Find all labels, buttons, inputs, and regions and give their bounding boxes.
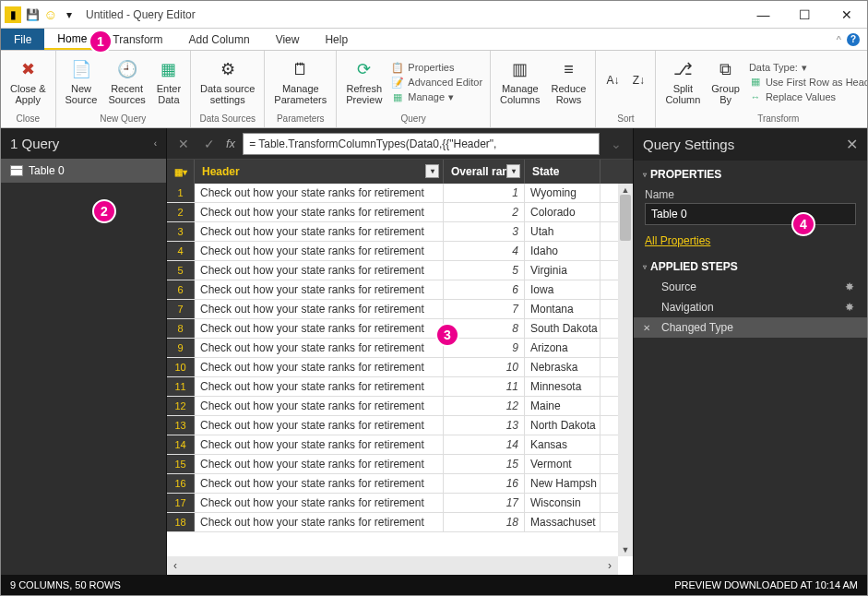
table-row[interactable]: 14Check out how your state ranks for ret… xyxy=(167,435,633,455)
filter-dropdown-icon[interactable]: ▾ xyxy=(425,164,439,178)
cell-rank[interactable]: 10 xyxy=(444,358,525,376)
tab-help[interactable]: Help xyxy=(312,29,361,50)
column-header-state[interactable]: State xyxy=(525,160,600,184)
table-row[interactable]: 18Check out how your state ranks for ret… xyxy=(167,513,633,532)
cell-state[interactable]: Virginia xyxy=(525,261,600,280)
cell-state[interactable]: Arizona xyxy=(525,339,600,357)
table-row[interactable]: 13Check out how your state ranks for ret… xyxy=(167,416,633,435)
cell-header[interactable]: Check out how your state ranks for retir… xyxy=(195,377,444,396)
scroll-down-icon[interactable]: ▼ xyxy=(618,543,633,556)
grid-corner-icon[interactable]: ▦▾ xyxy=(167,160,195,184)
cell-header[interactable]: Check out how your state ranks for retir… xyxy=(195,513,444,531)
cell-header[interactable]: Check out how your state ranks for retir… xyxy=(195,416,444,435)
sort-asc-button[interactable]: A↓ xyxy=(600,53,625,112)
cell-state[interactable]: Massachuset xyxy=(525,513,600,531)
cell-rank[interactable]: 18 xyxy=(444,513,525,531)
cell-state[interactable]: Utah xyxy=(525,222,600,241)
cell-header[interactable]: Check out how your state ranks for retir… xyxy=(195,222,444,241)
applied-step[interactable]: Changed Type xyxy=(634,317,867,338)
query-item-table0[interactable]: Table 0 xyxy=(1,159,166,183)
cell-state[interactable]: Minnesota xyxy=(525,377,600,396)
applied-step[interactable]: Source✸ xyxy=(634,277,867,297)
cell-header[interactable]: Check out how your state ranks for retir… xyxy=(195,203,444,221)
cell-header[interactable]: Check out how your state ranks for retir… xyxy=(195,397,444,415)
manage-button[interactable]: ▦Manage ▾ xyxy=(387,89,486,104)
table-row[interactable]: 10Check out how your state ranks for ret… xyxy=(167,358,633,377)
gear-icon[interactable]: ✸ xyxy=(845,280,854,293)
cell-header[interactable]: Check out how your state ranks for retir… xyxy=(195,184,444,202)
table-row[interactable]: 6Check out how your state ranks for reti… xyxy=(167,280,633,300)
cell-rank[interactable]: 7 xyxy=(444,300,525,318)
close-button[interactable]: ✕ xyxy=(826,1,867,29)
cell-header[interactable]: Check out how your state ranks for retir… xyxy=(195,280,444,299)
cell-header[interactable]: Check out how your state ranks for retir… xyxy=(195,474,444,493)
advanced-editor-button[interactable]: 📝Advanced Editor xyxy=(387,75,486,89)
cell-state[interactable]: South Dakota xyxy=(525,319,600,338)
cell-rank[interactable]: 11 xyxy=(444,377,525,396)
table-row[interactable]: 1Check out how your state ranks for reti… xyxy=(167,184,633,203)
column-header-rank[interactable]: Overall rank▾ xyxy=(444,160,525,184)
table-row[interactable]: 5Check out how your state ranks for reti… xyxy=(167,261,633,280)
cell-state[interactable]: Idaho xyxy=(525,242,600,260)
cell-header[interactable]: Check out how your state ranks for retir… xyxy=(195,261,444,280)
cell-rank[interactable]: 12 xyxy=(444,397,525,415)
cell-header[interactable]: Check out how your state ranks for retir… xyxy=(195,319,444,338)
column-header-header[interactable]: Header▾ xyxy=(195,160,444,184)
cell-header[interactable]: Check out how your state ranks for retir… xyxy=(195,435,444,454)
manage-columns-button[interactable]: ▥Manage Columns xyxy=(494,53,545,112)
scroll-thumb[interactable] xyxy=(620,195,631,241)
cell-state[interactable]: Montana xyxy=(525,300,600,318)
filter-dropdown-icon[interactable]: ▾ xyxy=(506,164,520,178)
formula-cancel-icon[interactable]: ✕ xyxy=(174,137,193,151)
cell-rank[interactable]: 13 xyxy=(444,416,525,435)
collapse-panel-icon[interactable]: ‹ xyxy=(154,138,157,149)
table-row[interactable]: 4Check out how your state ranks for reti… xyxy=(167,242,633,261)
cell-header[interactable]: Check out how your state ranks for retir… xyxy=(195,494,444,512)
table-row[interactable]: 11Check out how your state ranks for ret… xyxy=(167,377,633,397)
first-row-headers-button[interactable]: ▦Use First Row as Headers ▾ xyxy=(745,75,868,89)
cell-state[interactable]: New Hampsh xyxy=(525,474,600,493)
horizontal-scrollbar[interactable]: ‹ › xyxy=(167,556,618,575)
cell-state[interactable]: Vermont xyxy=(525,455,600,473)
query-name-input[interactable] xyxy=(645,203,856,225)
cell-rank[interactable]: 4 xyxy=(444,242,525,260)
manage-parameters-button[interactable]: 🗒Manage Parameters xyxy=(268,53,332,112)
group-by-button[interactable]: ⧉Group By xyxy=(706,53,745,112)
cell-rank[interactable]: 3 xyxy=(444,222,525,241)
formula-accept-icon[interactable]: ✓ xyxy=(200,137,219,151)
cell-state[interactable]: Kansas xyxy=(525,435,600,454)
cell-rank[interactable]: 5 xyxy=(444,261,525,280)
table-row[interactable]: 7Check out how your state ranks for reti… xyxy=(167,300,633,319)
table-row[interactable]: 9Check out how your state ranks for reti… xyxy=(167,339,633,358)
properties-button[interactable]: 📋Properties xyxy=(387,60,486,75)
applied-steps-section-title[interactable]: ▿APPLIED STEPS xyxy=(634,253,867,277)
table-row[interactable]: 17Check out how your state ranks for ret… xyxy=(167,494,633,513)
table-row[interactable]: 16Check out how your state ranks for ret… xyxy=(167,474,633,494)
cell-header[interactable]: Check out how your state ranks for retir… xyxy=(195,339,444,357)
table-row[interactable]: 12Check out how your state ranks for ret… xyxy=(167,397,633,416)
new-source-button[interactable]: 📄New Source xyxy=(60,53,103,112)
qat-dropdown-icon[interactable]: ▾ xyxy=(62,7,77,22)
cell-header[interactable]: Check out how your state ranks for retir… xyxy=(195,455,444,473)
vertical-scrollbar[interactable]: ▲ ▼ xyxy=(618,184,633,556)
cell-state[interactable]: Iowa xyxy=(525,280,600,299)
minimize-button[interactable]: — xyxy=(743,1,784,29)
cell-rank[interactable]: 16 xyxy=(444,474,525,493)
refresh-preview-button[interactable]: ⟳Refresh Preview xyxy=(340,53,387,112)
tab-add-column[interactable]: Add Column xyxy=(176,29,263,50)
cell-state[interactable]: North Dakota xyxy=(525,416,600,435)
cell-state[interactable]: Maine xyxy=(525,397,600,415)
table-row[interactable]: 15Check out how your state ranks for ret… xyxy=(167,455,633,474)
smiley-icon[interactable]: ☺ xyxy=(43,7,58,22)
cell-state[interactable]: Colorado xyxy=(525,203,600,221)
cell-rank[interactable]: 17 xyxy=(444,494,525,512)
cell-header[interactable]: Check out how your state ranks for retir… xyxy=(195,300,444,318)
scroll-left-icon[interactable]: ‹ xyxy=(167,559,184,572)
enter-data-button[interactable]: ▦Enter Data xyxy=(151,53,186,112)
properties-section-title[interactable]: ▿PROPERTIES xyxy=(634,161,867,185)
cell-rank[interactable]: 15 xyxy=(444,455,525,473)
collapse-ribbon-icon[interactable]: ^ xyxy=(837,34,841,45)
replace-values-button[interactable]: ↔Replace Values xyxy=(745,89,868,104)
reduce-rows-button[interactable]: ≡Reduce Rows xyxy=(545,53,591,112)
maximize-button[interactable]: ☐ xyxy=(784,1,826,29)
